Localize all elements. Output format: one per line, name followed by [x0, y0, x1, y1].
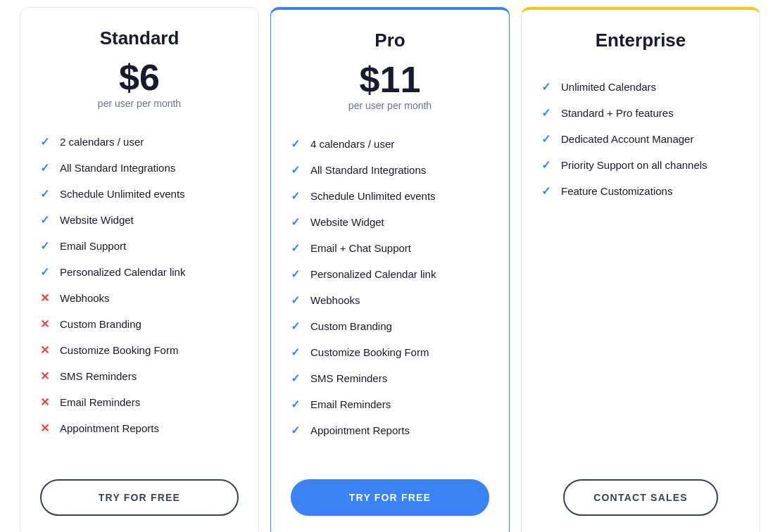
- check-icon: ✓: [291, 137, 303, 151]
- feature-item: ✓Email + Chat Support: [291, 235, 489, 261]
- cross-icon: ✕: [40, 291, 53, 305]
- plan-card-standard: Standard$6per user per month✓2 calendars…: [20, 7, 259, 532]
- feature-item: ✓Schedule Unlimited events: [291, 183, 489, 209]
- check-icon: ✓: [541, 80, 554, 94]
- check-icon: ✓: [291, 424, 303, 437]
- feature-item: ✓Dedicated Account Manager: [541, 126, 740, 152]
- feature-item: ✓All Standard Integrations: [291, 157, 489, 183]
- check-icon: ✓: [40, 213, 53, 227]
- features-list-enterprise: ✓Unlimited Calendars✓Standard + Pro feat…: [541, 74, 740, 460]
- check-icon: ✓: [291, 241, 303, 255]
- feature-text: All Standard Integrations: [310, 164, 426, 176]
- plan-price-pro: $11: [291, 60, 489, 100]
- cross-icon: ✕: [40, 369, 53, 383]
- feature-text: Unlimited Calendars: [561, 81, 656, 93]
- feature-item: ✓Personalized Calendar link: [40, 259, 239, 285]
- feature-text: All Standard Integrations: [60, 162, 175, 174]
- feature-item: ✓All Standard Integrations: [40, 155, 239, 181]
- plan-card-pro: Pro$11per user per month✓4 calendars / u…: [270, 7, 510, 532]
- feature-text: Custom Branding: [60, 318, 141, 330]
- feature-item: ✓Website Widget: [291, 209, 489, 235]
- feature-item: ✕Email Reminders: [40, 389, 239, 415]
- plan-price-standard: $6: [40, 58, 239, 98]
- feature-text: Schedule Unlimited events: [60, 188, 185, 200]
- check-icon: ✓: [541, 184, 554, 198]
- feature-item: ✕Appointment Reports: [40, 415, 239, 441]
- feature-text: Schedule Unlimited events: [310, 190, 436, 202]
- check-icon: ✓: [291, 189, 303, 203]
- feature-text: Email Reminders: [310, 398, 391, 410]
- cta-button-pro[interactable]: TRY FOR FREE: [291, 479, 489, 516]
- feature-item: ✓Personalized Calendar link: [291, 261, 489, 287]
- features-list-pro: ✓4 calendars / user✓All Standard Integra…: [291, 131, 489, 460]
- feature-item: ✓Webhooks: [291, 287, 489, 313]
- check-icon: ✓: [291, 319, 303, 333]
- feature-text: Email Support: [60, 240, 126, 252]
- cross-icon: ✕: [40, 343, 53, 357]
- check-icon: ✓: [541, 132, 554, 146]
- feature-text: Webhooks: [60, 292, 110, 304]
- feature-text: Customize Booking Form: [310, 346, 429, 358]
- cross-icon: ✕: [40, 422, 53, 435]
- feature-text: Webhooks: [310, 294, 360, 306]
- feature-item: ✓SMS Reminders: [291, 365, 489, 391]
- check-icon: ✓: [291, 346, 303, 359]
- plan-name-enterprise: Enterprise: [541, 30, 740, 51]
- feature-item: ✕Custom Branding: [40, 311, 239, 337]
- check-icon: ✓: [291, 215, 303, 229]
- feature-item: ✓Email Reminders: [291, 391, 489, 417]
- check-icon: ✓: [541, 158, 554, 172]
- check-icon: ✓: [40, 187, 53, 201]
- feature-text: Custom Branding: [310, 320, 392, 332]
- feature-item: ✓Appointment Reports: [291, 417, 489, 443]
- feature-item: ✓4 calendars / user: [291, 131, 489, 157]
- feature-text: 4 calendars / user: [310, 138, 394, 150]
- check-icon: ✓: [40, 135, 53, 148]
- feature-item: ✓2 calendars / user: [40, 129, 239, 155]
- cta-button-enterprise[interactable]: CONTACT SALES: [563, 479, 718, 516]
- feature-item: ✓Standard + Pro features: [541, 100, 740, 126]
- check-icon: ✓: [291, 163, 303, 177]
- feature-text: Dedicated Account Manager: [561, 133, 693, 145]
- feature-text: Feature Customizations: [561, 185, 672, 197]
- feature-item: ✓Email Support: [40, 233, 239, 259]
- cta-button-standard[interactable]: TRY FOR FREE: [40, 479, 239, 516]
- check-icon: ✓: [40, 161, 53, 175]
- feature-text: Email Reminders: [60, 396, 140, 408]
- feature-text: Website Widget: [310, 216, 384, 228]
- feature-text: Priority Support on all channels: [561, 159, 707, 171]
- plan-card-enterprise: Enterprise✓Unlimited Calendars✓Standard …: [521, 7, 760, 532]
- check-icon: ✓: [291, 398, 303, 411]
- check-icon: ✓: [291, 267, 303, 281]
- check-icon: ✓: [291, 372, 303, 385]
- feature-text: Email + Chat Support: [310, 242, 411, 254]
- feature-item: ✕SMS Reminders: [40, 363, 239, 389]
- check-icon: ✓: [40, 239, 53, 253]
- feature-text: SMS Reminders: [310, 372, 387, 384]
- plan-name-pro: Pro: [291, 30, 489, 51]
- feature-item: ✓Priority Support on all channels: [541, 152, 740, 178]
- cross-icon: ✕: [40, 317, 53, 331]
- feature-item: ✕Webhooks: [40, 285, 239, 311]
- check-icon: ✓: [40, 265, 53, 279]
- feature-text: Customize Booking Form: [60, 344, 178, 356]
- check-icon: ✓: [541, 106, 554, 120]
- plan-name-standard: Standard: [40, 27, 239, 49]
- feature-text: Standard + Pro features: [561, 107, 674, 119]
- feature-item: ✓Schedule Unlimited events: [40, 181, 239, 207]
- feature-item: ✓Unlimited Calendars: [541, 74, 740, 100]
- feature-item: ✓Feature Customizations: [541, 178, 740, 204]
- feature-text: 2 calendars / user: [60, 136, 144, 148]
- feature-text: Website Widget: [60, 214, 134, 226]
- feature-item: ✕Customize Booking Form: [40, 337, 239, 363]
- feature-item: ✓Custom Branding: [291, 313, 489, 339]
- feature-text: SMS Reminders: [60, 370, 137, 382]
- feature-item: ✓Website Widget: [40, 207, 239, 233]
- cross-icon: ✕: [40, 395, 53, 409]
- feature-text: Personalized Calendar link: [60, 266, 185, 278]
- check-icon: ✓: [291, 293, 303, 307]
- plan-period-pro: per user per month: [291, 100, 489, 111]
- features-list-standard: ✓2 calendars / user✓All Standard Integra…: [40, 129, 239, 460]
- plan-period-standard: per user per month: [40, 98, 239, 109]
- pricing-container: Standard$6per user per month✓2 calendars…: [0, 7, 780, 532]
